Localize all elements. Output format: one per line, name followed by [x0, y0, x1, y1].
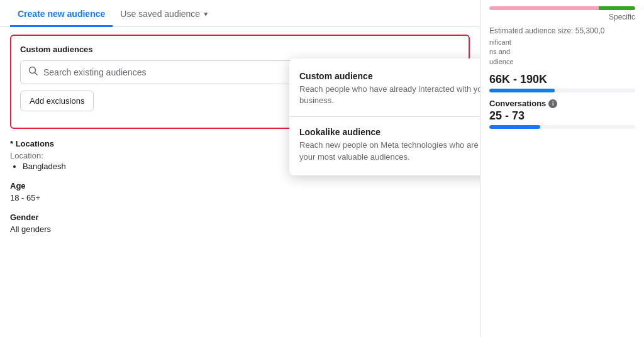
tabs-bar: Create new audience Use saved audience ▼	[0, 0, 480, 27]
conversations-bar-fill	[489, 125, 540, 129]
search-placeholder: Search existing audiences	[43, 67, 146, 77]
gender-value: All genders	[10, 224, 470, 234]
custom-audiences-label: Custom audiences	[20, 45, 372, 54]
reach-range-bar	[489, 89, 635, 92]
lookalike-audience-desc: Reach new people on Meta technologies wh…	[299, 140, 480, 162]
custom-audience-desc: Reach people who have already interacted…	[299, 84, 480, 106]
dropdown-item-lookalike-audience[interactable]: Lookalike audience Reach new people on M…	[289, 119, 480, 170]
dropdown-item-custom-audience[interactable]: Custom audience Reach people who have al…	[289, 64, 480, 114]
dropdown-divider	[289, 116, 480, 117]
content-area: Custom audiences Search existing audienc…	[0, 27, 480, 234]
chevron-down-icon: ▼	[203, 11, 209, 18]
info-icon[interactable]: i	[548, 99, 557, 108]
conversations-label: Conversations i	[489, 99, 635, 108]
dropdown-menu: Custom audience Reach people who have al…	[289, 58, 480, 175]
conversations-bar	[489, 125, 635, 129]
reach-range-label: 66K - 190K	[489, 73, 635, 86]
svg-line-1	[35, 73, 38, 75]
gender-section: Gender All genders	[10, 213, 470, 234]
estimated-size-label: Estimated audience size: 55,300,0	[489, 26, 635, 35]
audience-meter: Specific	[489, 6, 635, 21]
progress-fill-pink	[489, 6, 599, 10]
tab-create-new[interactable]: Create new audience	[10, 0, 113, 27]
progress-fill-green	[599, 6, 635, 10]
tab-use-saved[interactable]: Use saved audience ▼	[113, 0, 216, 27]
progress-track	[489, 6, 635, 10]
gender-title: Gender	[10, 213, 470, 222]
specific-label: Specific	[489, 13, 635, 21]
age-value: 18 - 65+	[10, 193, 470, 202]
add-exclusions-button[interactable]: Add exclusions	[20, 91, 94, 111]
age-title: Age	[10, 181, 470, 191]
lookalike-audience-title: Lookalike audience	[299, 127, 480, 137]
left-panel: Create new audience Use saved audience ▼…	[0, 0, 480, 337]
search-icon	[28, 66, 38, 79]
reach-range-fill	[489, 89, 555, 92]
custom-audience-title: Custom audience	[299, 71, 480, 81]
age-section: Age 18 - 65+	[10, 181, 470, 202]
conversations-value: 25 - 73	[489, 109, 635, 123]
info-text: nificantns andudience	[489, 38, 635, 67]
right-panel: Specific Estimated audience size: 55,300…	[480, 0, 644, 337]
